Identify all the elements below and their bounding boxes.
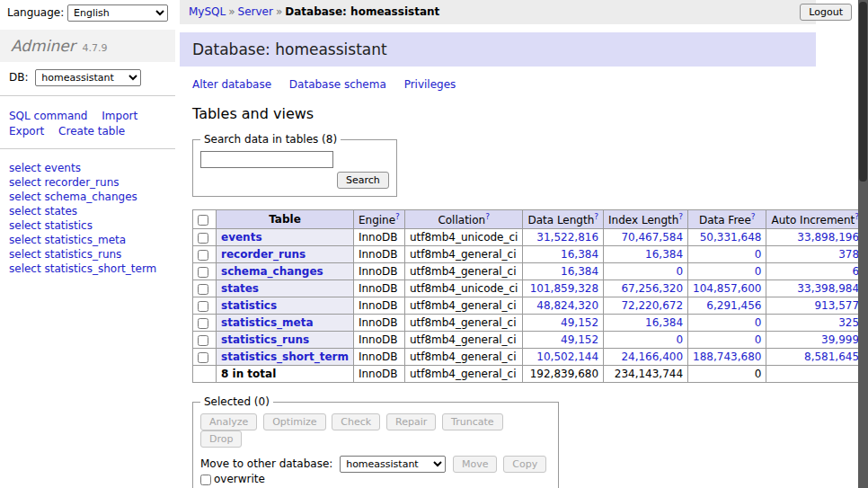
table-name-link[interactable]: statistics_runs — [221, 333, 309, 346]
overwrite-option[interactable]: overwrite — [200, 473, 265, 485]
tables-table: Table Engine? Collation? Data Length? In… — [192, 209, 868, 383]
col-header-data-free[interactable]: Data Free? — [688, 210, 766, 229]
data-length-link[interactable]: 48,824,320 — [536, 299, 598, 312]
index-length-link[interactable]: 0 — [676, 333, 683, 346]
table-name-link[interactable]: statistics_short_term — [221, 350, 349, 363]
index-length-link[interactable]: 16,384 — [645, 248, 683, 261]
data-length-link[interactable]: 49,152 — [561, 333, 598, 346]
data-length-link[interactable]: 16,384 — [561, 265, 598, 278]
data-free-link[interactable]: 0 — [755, 248, 762, 261]
sidebar-link-sql-command[interactable]: SQL command — [9, 109, 87, 124]
index-length-link[interactable]: 70,467,584 — [621, 231, 683, 244]
index-length-link[interactable]: 72,220,672 — [621, 299, 683, 312]
data-free-link[interactable]: 50,331,648 — [700, 231, 762, 244]
row-checkbox[interactable] — [198, 250, 208, 261]
data-free-link[interactable]: 104,857,600 — [693, 282, 761, 295]
sidebar-item-select-statistics-meta[interactable]: select statistics_meta — [9, 234, 166, 247]
help-icon[interactable]: ? — [485, 212, 490, 221]
col-header-auto-increment[interactable]: Auto Increment? — [766, 210, 864, 229]
overwrite-checkbox[interactable] — [200, 475, 211, 485]
auto-increment-link[interactable]: 33,898,196 — [797, 231, 859, 244]
data-length-link[interactable]: 10,502,144 — [536, 350, 598, 363]
sidebar-item-select-schema-changes[interactable]: select schema_changes — [9, 191, 166, 204]
collation-cell: utf8mb4_general_ci — [404, 246, 523, 263]
search-button[interactable]: Search — [337, 172, 389, 189]
search-input[interactable] — [200, 151, 333, 168]
col-header-collation[interactable]: Collation? — [404, 210, 523, 229]
table-name-link[interactable]: schema_changes — [221, 265, 323, 278]
auto-increment-link[interactable]: 8,581,645 — [804, 350, 859, 363]
index-length-link[interactable]: 67,256,320 — [621, 282, 683, 295]
help-icon[interactable]: ? — [594, 212, 598, 221]
truncate-button[interactable]: Truncate — [442, 413, 502, 430]
sidebar-item-select-statistics-runs[interactable]: select statistics_runs — [9, 248, 166, 262]
row-checkbox[interactable] — [198, 335, 208, 346]
language-label: Language: — [7, 6, 64, 19]
sidebar-item-select-recorder-runs[interactable]: select recorder_runs — [9, 176, 166, 190]
vertical-scrollbar[interactable] — [858, 0, 868, 488]
auto-increment-link[interactable]: 33,398,984 — [797, 282, 859, 295]
col-header-table[interactable]: Table — [217, 210, 354, 229]
data-length-link[interactable]: 101,859,328 — [530, 282, 598, 295]
data-free-link[interactable]: 6,291,456 — [706, 299, 761, 312]
table-name-link[interactable]: recorder_runs — [221, 248, 306, 261]
db-select[interactable]: homeassistant — [35, 69, 141, 86]
row-checkbox[interactable] — [198, 267, 208, 278]
data-free-link[interactable]: 0 — [755, 333, 762, 346]
sidebar-item-select-statistics-short-term[interactable]: select statistics_short_term — [9, 262, 166, 276]
data-free-link[interactable]: 0 — [755, 265, 762, 278]
row-checkbox[interactable] — [198, 318, 208, 329]
data-length-link[interactable]: 31,522,816 — [536, 231, 598, 244]
move-button[interactable]: Move — [453, 456, 498, 473]
help-icon[interactable]: ? — [678, 212, 683, 221]
database-schema-link[interactable]: Database schema — [289, 78, 386, 91]
check-button[interactable]: Check — [332, 413, 380, 430]
breadcrumb-server-link[interactable]: Server — [238, 5, 273, 18]
breadcrumb-mysql-link[interactable]: MySQL — [189, 5, 226, 18]
auto-increment-link[interactable]: 913,577 — [814, 299, 859, 312]
copy-button[interactable]: Copy — [503, 456, 546, 473]
row-checkbox[interactable] — [198, 284, 208, 295]
index-length-link[interactable]: 24,166,400 — [621, 350, 683, 363]
help-icon[interactable]: ? — [395, 212, 400, 221]
data-length-link[interactable]: 49,152 — [561, 316, 598, 329]
help-icon[interactable]: ? — [751, 212, 756, 221]
select-all-checkbox[interactable] — [198, 215, 208, 226]
row-checkbox[interactable] — [198, 352, 208, 363]
repair-button[interactable]: Repair — [386, 413, 436, 430]
data-free-link[interactable]: 0 — [755, 316, 762, 329]
sidebar-link-import[interactable]: Import — [102, 109, 137, 124]
sidebar-item-select-statistics[interactable]: select statistics — [9, 219, 166, 233]
engine-cell: InnoDB — [353, 229, 404, 246]
optimize-button[interactable]: Optimize — [263, 413, 325, 430]
privileges-link[interactable]: Privileges — [404, 78, 456, 91]
data-free-link[interactable]: 188,743,680 — [693, 350, 761, 363]
col-header-data-length[interactable]: Data Length? — [523, 210, 604, 229]
table-name-link[interactable]: statistics — [221, 299, 277, 312]
engine-cell: InnoDB — [353, 297, 404, 315]
auto-increment-link[interactable]: 378 — [838, 248, 859, 261]
sidebar-link-create-table[interactable]: Create table — [58, 124, 125, 139]
drop-button[interactable]: Drop — [200, 430, 242, 448]
data-length-link[interactable]: 16,384 — [561, 248, 598, 261]
row-checkbox[interactable] — [198, 233, 208, 244]
index-length-link[interactable]: 16,384 — [645, 316, 683, 329]
analyze-button[interactable]: Analyze — [200, 413, 257, 430]
move-db-select[interactable]: homeassistant — [340, 456, 446, 473]
col-header-engine[interactable]: Engine? — [353, 210, 404, 229]
sidebar-item-select-events[interactable]: select events — [9, 162, 166, 175]
index-length-link[interactable]: 0 — [676, 265, 683, 278]
sidebar-item-select-states[interactable]: select states — [9, 205, 166, 218]
auto-increment-link[interactable]: 325 — [838, 316, 859, 329]
row-checkbox[interactable] — [198, 301, 208, 312]
logout-button[interactable]: Logout — [800, 4, 852, 21]
alter-database-link[interactable]: Alter database — [192, 78, 271, 91]
sidebar-link-export[interactable]: Export — [9, 124, 44, 139]
table-name-link[interactable]: events — [221, 231, 262, 244]
language-select[interactable]: English — [67, 4, 168, 22]
table-name-link[interactable]: statistics_meta — [221, 316, 314, 329]
table-name-link[interactable]: states — [221, 282, 259, 295]
auto-increment-link[interactable]: 39,999 — [821, 333, 859, 346]
col-header-index-length[interactable]: Index Length? — [604, 210, 688, 229]
scrollbar-thumb[interactable] — [859, 2, 867, 182]
